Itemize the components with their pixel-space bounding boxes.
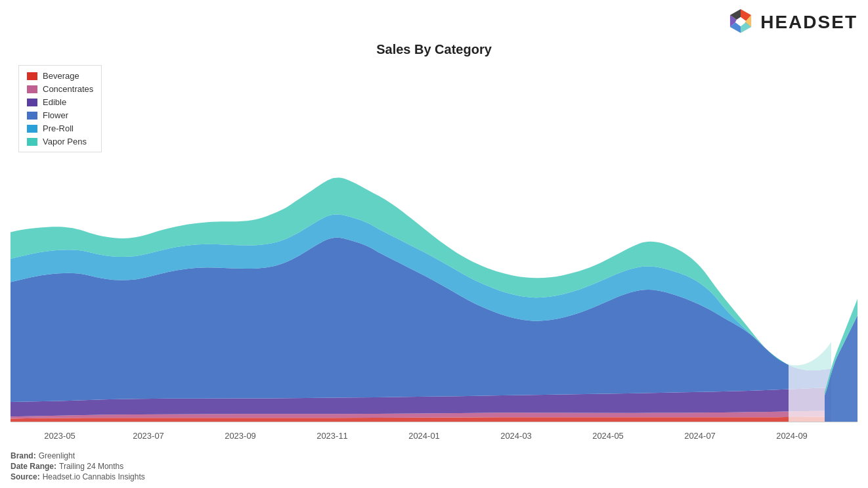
legend-item-preroll: Pre-Roll xyxy=(27,123,93,133)
svg-text:2024-09: 2024-09 xyxy=(776,431,808,441)
svg-text:2023-05: 2023-05 xyxy=(44,431,76,441)
footer-source-value: Headset.io Cannabis Insights xyxy=(43,472,145,481)
legend-item-edible: Edible xyxy=(27,97,93,107)
chart-title: Sales By Category xyxy=(0,42,868,57)
headset-logo-icon xyxy=(726,8,755,37)
legend-swatch-edible xyxy=(27,99,37,106)
footer: Brand: Greenlight Date Range: Trailing 2… xyxy=(0,449,868,488)
legend-swatch-concentrates xyxy=(27,85,37,93)
footer-date-row: Date Range: Trailing 24 Months xyxy=(11,462,857,471)
svg-rect-3 xyxy=(789,62,831,422)
legend-label-beverage: Beverage xyxy=(43,71,79,81)
footer-brand-value: Greenlight xyxy=(39,451,75,460)
legend-label-concentrates: Concentrates xyxy=(43,84,93,94)
legend-label-flower: Flower xyxy=(43,110,68,120)
legend: Beverage Concentrates Edible Flower Pre-… xyxy=(18,65,102,152)
legend-swatch-preroll xyxy=(27,125,37,133)
legend-swatch-beverage xyxy=(27,72,37,80)
svg-text:2024-05: 2024-05 xyxy=(592,431,624,441)
logo-container: HEADSET xyxy=(726,8,857,37)
footer-source-row: Source: Headset.io Cannabis Insights xyxy=(11,472,857,481)
footer-date-label: Date Range: xyxy=(11,462,56,471)
header: HEADSET xyxy=(0,0,868,39)
footer-date-value: Trailing 24 Months xyxy=(59,462,123,471)
chart-svg: 2023-05 2023-07 2023-09 2023-11 2024-01 … xyxy=(11,62,857,449)
svg-text:2024-03: 2024-03 xyxy=(500,431,532,441)
logo-text: HEADSET xyxy=(760,12,857,33)
svg-text:2024-01: 2024-01 xyxy=(408,431,440,441)
legend-item-concentrates: Concentrates xyxy=(27,84,93,94)
footer-source-label: Source: xyxy=(11,472,40,481)
legend-label-edible: Edible xyxy=(43,97,66,107)
footer-brand-row: Brand: Greenlight xyxy=(11,451,857,460)
legend-swatch-flower xyxy=(27,112,37,120)
chart-area: Beverage Concentrates Edible Flower Pre-… xyxy=(0,62,868,449)
legend-item-flower: Flower xyxy=(27,110,93,120)
page-container: HEADSET Sales By Category Beverage Conce… xyxy=(0,0,868,488)
svg-text:2023-07: 2023-07 xyxy=(133,431,164,441)
svg-text:2023-09: 2023-09 xyxy=(225,431,256,441)
svg-text:2023-11: 2023-11 xyxy=(316,431,348,441)
footer-brand-label: Brand: xyxy=(11,451,36,460)
svg-text:2024-07: 2024-07 xyxy=(684,431,716,441)
legend-item-vapor-pens: Vapor Pens xyxy=(27,137,93,146)
legend-swatch-vapor-pens xyxy=(27,138,37,146)
legend-label-preroll: Pre-Roll xyxy=(43,123,74,133)
legend-label-vapor-pens: Vapor Pens xyxy=(43,137,87,146)
legend-item-beverage: Beverage xyxy=(27,71,93,81)
